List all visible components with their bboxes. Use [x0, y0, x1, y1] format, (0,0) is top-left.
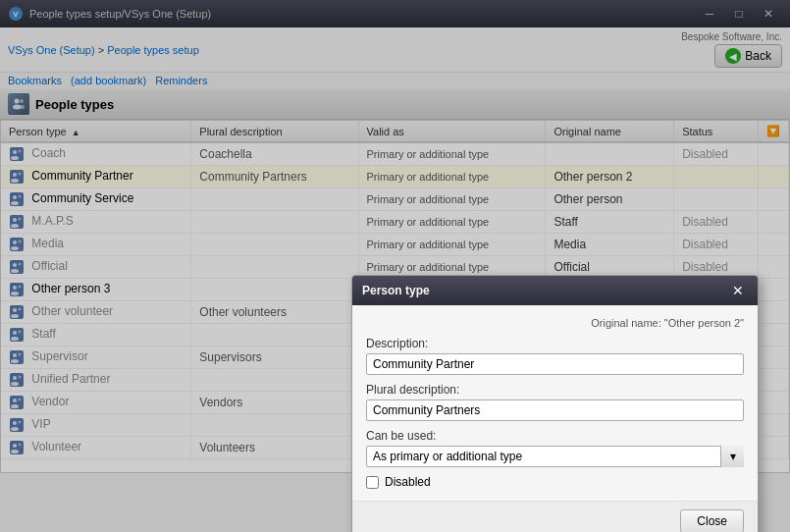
plural-group: Plural description: — [366, 383, 744, 421]
dialog-title: Person type — [362, 284, 430, 297]
disabled-label[interactable]: Disabled — [385, 475, 431, 489]
can-be-used-wrapper: As primary or additional type As primary… — [366, 446, 744, 467]
description-label: Description: — [366, 337, 744, 350]
plural-input[interactable] — [366, 399, 744, 421]
description-group: Description: — [366, 337, 744, 375]
dialog-title-bar: Person type ✕ — [352, 276, 758, 305]
can-be-used-group: Can be used: As primary or additional ty… — [366, 429, 744, 467]
person-type-dialog: Person type ✕ Original name: "Other pers… — [351, 275, 759, 532]
dialog-overlay: Person type ✕ Original name: "Other pers… — [0, 0, 790, 532]
plural-label: Plural description: — [366, 383, 744, 397]
can-be-used-label: Can be used: — [366, 429, 744, 443]
dialog-footer: Close — [352, 501, 758, 532]
can-be-used-select[interactable]: As primary or additional type As primary… — [366, 446, 744, 467]
dialog-close-x-button[interactable]: ✕ — [728, 282, 748, 299]
disabled-group: Disabled — [366, 475, 744, 489]
dialog-body: Original name: "Other person 2" Descript… — [352, 305, 758, 501]
dialog-close-button[interactable]: Close — [680, 509, 744, 532]
disabled-checkbox[interactable] — [366, 476, 379, 489]
description-input[interactable] — [366, 353, 744, 375]
original-name-label: Original name: "Other person 2" — [366, 317, 744, 329]
